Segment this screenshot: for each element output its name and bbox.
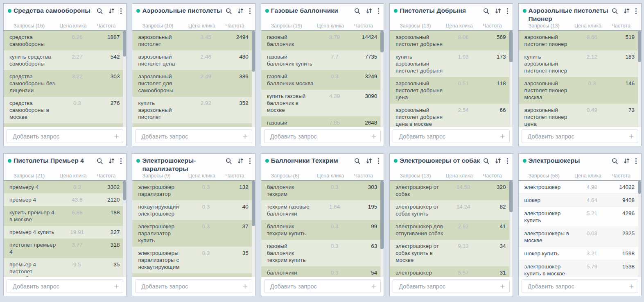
query-row[interactable]: электрошокер 4.98 14022: [519, 181, 638, 194]
query-list[interactable]: электрошокер 4.98 14022 шокер 4.64 9408 …: [519, 181, 641, 277]
add-query-input[interactable]: [269, 283, 369, 290]
query-row[interactable]: купить газовый баллончик в москве 4.39 3…: [261, 90, 380, 116]
scrollbar-thumb[interactable]: [380, 181, 384, 249]
add-query-input[interactable]: [12, 283, 111, 290]
add-query-input[interactable]: [398, 133, 497, 140]
query-row[interactable]: средства самообороны купить 5.02 230: [4, 123, 123, 127]
kebab-menu-icon[interactable]: [377, 158, 380, 165]
scrollbar-thumb[interactable]: [638, 31, 641, 62]
query-row[interactable]: шокер купить 3.21 1598: [519, 247, 638, 260]
query-list[interactable]: газовый баллончик 8.79 14424 газовый бал…: [261, 31, 384, 127]
query-row[interactable]: средства самообороны в москве 0.3 276: [4, 97, 123, 123]
query-row[interactable]: аэрозольный пистолет для самообороны 2.4…: [132, 70, 251, 97]
add-query-box[interactable]: +: [393, 279, 509, 293]
kebab-menu-icon[interactable]: [506, 8, 508, 15]
scrollbar-track[interactable]: [509, 181, 513, 277]
scrollbar-track[interactable]: [380, 31, 384, 127]
query-row[interactable]: средства самообороны 6.26 1887: [4, 31, 123, 50]
add-query-input[interactable]: [140, 283, 240, 290]
add-query-box[interactable]: +: [7, 129, 123, 143]
search-icon[interactable]: [226, 158, 232, 165]
query-row[interactable]: аэрозольный пистолет пионер 8.66 519: [519, 31, 638, 50]
query-list[interactable]: электрошокер от собак 14.58 320 электрош…: [390, 181, 512, 277]
query-row[interactable]: электрошокер от собак 14.58 320: [390, 181, 509, 200]
add-query-box[interactable]: +: [522, 279, 638, 293]
add-query-box[interactable]: +: [393, 129, 509, 143]
query-row[interactable]: премьер 4 пистолет самообороны цена 9.5 …: [4, 258, 123, 277]
kebab-menu-icon[interactable]: [635, 8, 637, 15]
search-icon[interactable]: [226, 8, 232, 15]
scrollbar-thumb[interactable]: [638, 181, 641, 194]
search-icon[interactable]: [354, 158, 361, 165]
query-row[interactable]: электрошокер от собак купить в москве 9.…: [390, 240, 509, 266]
query-row[interactable]: шокер 4.64 9408: [519, 194, 638, 207]
query-row[interactable]: аэрозольный пистолет добрыня цена 0.51 1…: [390, 77, 509, 104]
query-row[interactable]: газовый баллончик москва 0.3 3249: [261, 70, 380, 90]
scrollbar-track[interactable]: [380, 181, 384, 277]
query-row[interactable]: купить аэрозольный пистолет добрыня 1.93…: [390, 50, 509, 77]
kebab-menu-icon[interactable]: [249, 158, 251, 165]
query-list[interactable]: баллончик техкрим 0.3 303 техкрим газовы…: [261, 181, 384, 277]
query-row[interactable]: аэрозольный пистолет пионер цена 0.49 73: [519, 104, 638, 127]
search-icon[interactable]: [97, 158, 103, 165]
query-row[interactable]: газовый баллончик техкрим купить 0.3 63: [261, 240, 380, 266]
query-row[interactable]: купить аэрозольный пистолет пионер 2.12 …: [519, 50, 638, 77]
add-query-box[interactable]: +: [7, 279, 123, 293]
scrollbar-thumb[interactable]: [509, 181, 513, 212]
query-row[interactable]: электрошокер парализатор 0.3 132: [132, 181, 251, 200]
query-row[interactable]: баллончики техкрим купить в москве 0.3 5…: [261, 266, 380, 277]
query-row[interactable]: средства самообороны без лицензии 3.22 3…: [4, 70, 123, 97]
query-row[interactable]: электрошокер парализатор купить 0.3 37: [132, 220, 251, 247]
query-row[interactable]: электрошокеры парализаторы с нокаутирующ…: [132, 273, 251, 277]
add-query-input[interactable]: [12, 133, 111, 140]
query-row[interactable]: аэрозольный пистолет цена 2.46 480: [132, 50, 251, 70]
sort-arrows-icon[interactable]: [366, 8, 372, 15]
kebab-menu-icon[interactable]: [120, 8, 122, 15]
add-query-box[interactable]: +: [264, 129, 381, 143]
query-row[interactable]: аэрозольный пистолет добрыня 8.06 569: [390, 31, 509, 50]
search-icon[interactable]: [97, 8, 103, 15]
sort-arrows-icon[interactable]: [237, 158, 244, 165]
sort-arrows-icon[interactable]: [495, 158, 501, 165]
query-list[interactable]: аэрозольный пистолет пионер 8.66 519 куп…: [519, 31, 641, 127]
add-query-box[interactable]: +: [264, 279, 381, 293]
search-icon[interactable]: [612, 158, 618, 165]
query-row[interactable]: газовый баллончик для самообороны 7.85 2…: [261, 116, 380, 127]
query-row[interactable]: электрошокер против собак 5.57 31: [390, 266, 509, 277]
plus-icon[interactable]: +: [111, 282, 119, 291]
query-list[interactable]: аэрозольный пистолет добрыня 8.06 569 ку…: [390, 31, 512, 127]
query-row[interactable]: купить средства самообороны 2.27 542: [4, 50, 123, 70]
plus-icon[interactable]: +: [369, 132, 376, 141]
query-list[interactable]: электрошокер парализатор 0.3 132 нокаути…: [132, 181, 255, 277]
scrollbar-thumb[interactable]: [252, 31, 255, 72]
plus-icon[interactable]: +: [369, 282, 376, 291]
sort-arrows-icon[interactable]: [495, 8, 501, 15]
sort-arrows-icon[interactable]: [624, 158, 630, 165]
scrollbar-thumb[interactable]: [123, 31, 126, 57]
add-query-input[interactable]: [269, 133, 369, 140]
scrollbar-track[interactable]: [123, 181, 126, 277]
query-row[interactable]: электрошокер для отпугивания собак 2.92 …: [390, 220, 509, 240]
query-row[interactable]: электрошокер от собак купить 14.24 82: [390, 200, 509, 220]
query-row[interactable]: газовый баллончик 8.79 14424: [261, 31, 380, 50]
search-icon[interactable]: [354, 8, 361, 15]
plus-icon[interactable]: +: [240, 132, 248, 141]
query-row[interactable]: пистолет премьер 4 3.77 318: [4, 238, 123, 258]
add-query-box[interactable]: +: [135, 279, 252, 293]
query-list[interactable]: средства самообороны 6.26 1887 купить ср…: [4, 31, 126, 127]
query-row[interactable]: газовый баллончик купить 7.7 7735: [261, 50, 380, 70]
query-row[interactable]: аэрозольный пистолет 3.45 2494: [132, 31, 251, 50]
add-query-input[interactable]: [527, 283, 626, 290]
plus-icon[interactable]: +: [626, 282, 634, 291]
add-query-input[interactable]: [398, 283, 497, 290]
scrollbar-track[interactable]: [252, 181, 255, 277]
search-icon[interactable]: [483, 158, 490, 165]
scrollbar-thumb[interactable]: [123, 181, 126, 200]
plus-icon[interactable]: +: [240, 282, 248, 291]
scrollbar-track[interactable]: [638, 31, 641, 127]
sort-arrows-icon[interactable]: [237, 8, 244, 15]
sort-arrows-icon[interactable]: [624, 8, 630, 15]
query-row[interactable]: аэрозольный пистолет пионер москва 0.3 1…: [519, 77, 638, 104]
scrollbar-track[interactable]: [123, 31, 126, 127]
query-list[interactable]: аэрозольный пистолет 3.45 2494 аэрозольн…: [132, 31, 255, 127]
